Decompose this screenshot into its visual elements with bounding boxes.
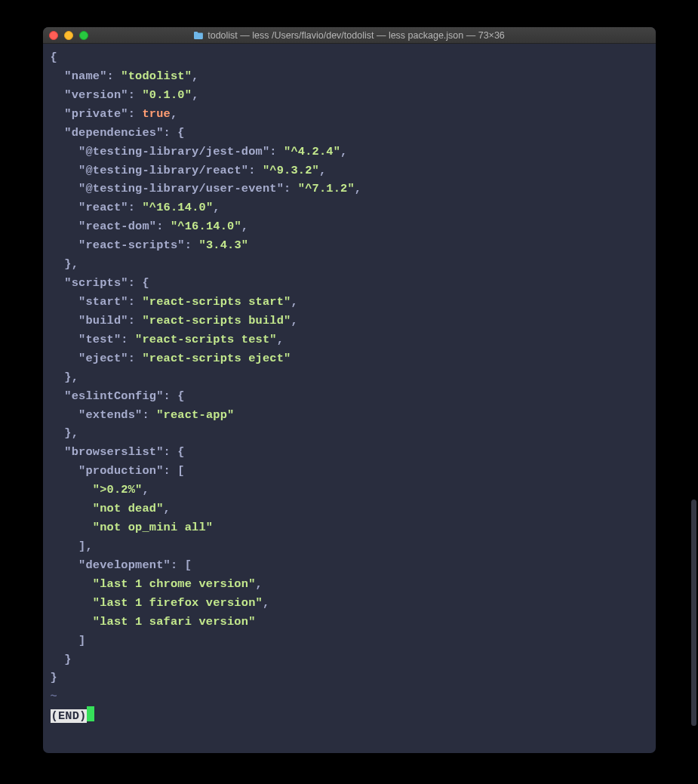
code-line: ], bbox=[51, 537, 648, 556]
code-line: "test": "react-scripts test", bbox=[51, 331, 648, 349]
folder-icon bbox=[193, 31, 204, 40]
less-status-line: (END) bbox=[51, 706, 95, 726]
code-line: "dependencies": { bbox=[51, 124, 648, 143]
code-line: ">0.2%", bbox=[51, 481, 648, 500]
file-content: { "name": "todolist", "version": "0.1.0"… bbox=[51, 48, 648, 687]
code-line: "not dead", bbox=[51, 500, 648, 518]
code-line: "not op_mini all" bbox=[51, 518, 648, 537]
code-line: "react-dom": "^16.14.0", bbox=[51, 217, 648, 236]
code-line: "@testing-library/react": "^9.3.2", bbox=[51, 161, 648, 180]
terminal-body[interactable]: { "name": "todolist", "version": "0.1.0"… bbox=[43, 44, 656, 753]
code-line: } bbox=[51, 650, 648, 669]
minimize-icon[interactable] bbox=[64, 31, 73, 40]
code-line: "last 1 safari version" bbox=[51, 613, 648, 632]
code-line: "development": [ bbox=[51, 556, 648, 575]
code-line: "react": "^16.14.0", bbox=[51, 198, 648, 217]
code-line: "scripts": { bbox=[51, 274, 648, 293]
code-line: "last 1 firefox version", bbox=[51, 594, 648, 613]
code-line: "eslintConfig": { bbox=[51, 387, 648, 406]
close-icon[interactable] bbox=[49, 31, 58, 40]
cursor-icon bbox=[87, 706, 94, 721]
empty-line-tilde: ~ bbox=[51, 687, 648, 706]
code-line: "eject": "react-scripts eject" bbox=[51, 349, 648, 368]
code-line: "browserslist": { bbox=[51, 443, 648, 462]
code-line: "@testing-library/jest-dom": "^4.2.4", bbox=[51, 143, 648, 161]
window-title: todolist — less /Users/flavio/dev/todoli… bbox=[43, 30, 656, 41]
maximize-icon[interactable] bbox=[79, 31, 88, 40]
code-line: "build": "react-scripts build", bbox=[51, 312, 648, 331]
code-line: "production": [ bbox=[51, 462, 648, 481]
code-line: }, bbox=[51, 368, 648, 387]
code-line: }, bbox=[51, 424, 648, 443]
code-line: } bbox=[51, 669, 648, 687]
window-title-text: todolist — less /Users/flavio/dev/todoli… bbox=[208, 30, 505, 41]
code-line: "version": "0.1.0", bbox=[51, 86, 648, 105]
titlebar: todolist — less /Users/flavio/dev/todoli… bbox=[43, 27, 656, 44]
code-line: }, bbox=[51, 255, 648, 274]
window-controls bbox=[49, 31, 88, 40]
code-line: "start": "react-scripts start", bbox=[51, 293, 648, 312]
code-line: "name": "todolist", bbox=[51, 67, 648, 86]
code-line: { bbox=[51, 48, 648, 67]
code-line: ] bbox=[51, 632, 648, 650]
end-marker: (END) bbox=[51, 709, 88, 723]
code-line: "extends": "react-app" bbox=[51, 406, 648, 425]
code-line: "private": true, bbox=[51, 105, 648, 124]
code-line: "react-scripts": "3.4.3" bbox=[51, 236, 648, 255]
terminal-window: todolist — less /Users/flavio/dev/todoli… bbox=[43, 27, 656, 753]
code-line: "last 1 chrome version", bbox=[51, 575, 648, 594]
code-line: "@testing-library/user-event": "^7.1.2", bbox=[51, 180, 648, 198]
